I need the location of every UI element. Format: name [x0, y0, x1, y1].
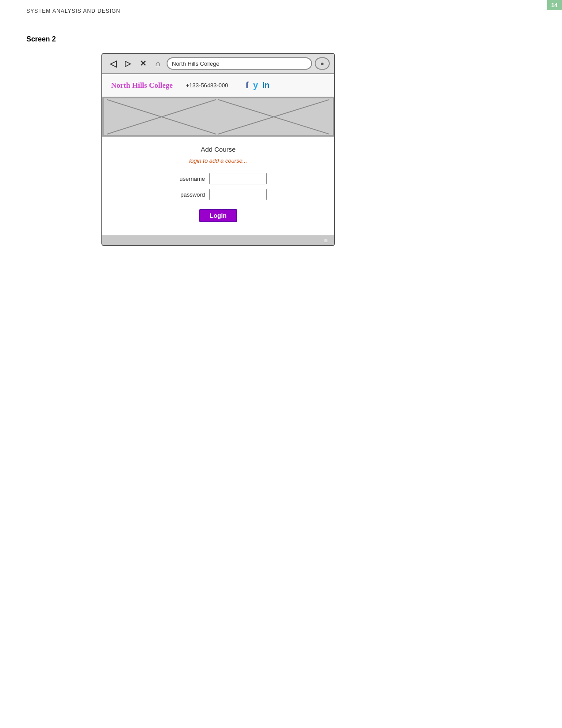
banner-svg: [103, 97, 334, 136]
site-name: North Hills College: [111, 81, 173, 90]
twitter-icon[interactable]: y: [253, 80, 258, 90]
add-course-title: Add Course: [111, 146, 325, 153]
facebook-icon[interactable]: f: [246, 80, 249, 90]
password-label: password: [170, 191, 205, 198]
login-button[interactable]: Login: [199, 209, 237, 222]
svg-rect-0: [103, 97, 334, 136]
address-bar[interactable]: [167, 57, 312, 70]
browser-mockup: ◁ ▷ ✕ ⌂ ● North Hills College +133-56483…: [101, 53, 335, 246]
linkedin-icon[interactable]: in: [262, 81, 269, 90]
main-content: Add Course login to add a course... user…: [102, 137, 334, 235]
banner-image: [102, 97, 334, 137]
username-label: username: [170, 175, 205, 182]
password-row: password: [170, 189, 267, 200]
screen-label: Screen 2: [26, 35, 56, 43]
page-number-badge: 14: [547, 0, 562, 10]
document-header: SYSTEM ANALYSIS AND DESIGN: [26, 8, 120, 14]
browser-toolbar: ◁ ▷ ✕ ⌂ ●: [102, 54, 334, 74]
username-input[interactable]: [209, 173, 267, 184]
login-prompt: login to add a course...: [111, 157, 325, 164]
search-button[interactable]: ●: [315, 57, 330, 70]
username-row: username: [170, 173, 267, 184]
back-button[interactable]: ◁: [107, 57, 119, 70]
close-button[interactable]: ✕: [137, 57, 149, 70]
phone-number: +133-56483-000: [186, 82, 228, 89]
social-icons: f y in: [246, 80, 270, 90]
home-button[interactable]: ⌂: [152, 57, 164, 70]
forward-button[interactable]: ▷: [122, 57, 134, 70]
search-icon: ●: [320, 60, 324, 67]
login-form: username password Login: [111, 173, 325, 222]
browser-content: North Hills College +133-56483-000 f y i…: [102, 74, 334, 235]
site-header: North Hills College +133-56483-000 f y i…: [102, 74, 334, 97]
password-input[interactable]: [209, 189, 267, 200]
browser-statusbar: ◽: [102, 235, 334, 245]
resize-handle-icon: ◽: [322, 237, 330, 244]
